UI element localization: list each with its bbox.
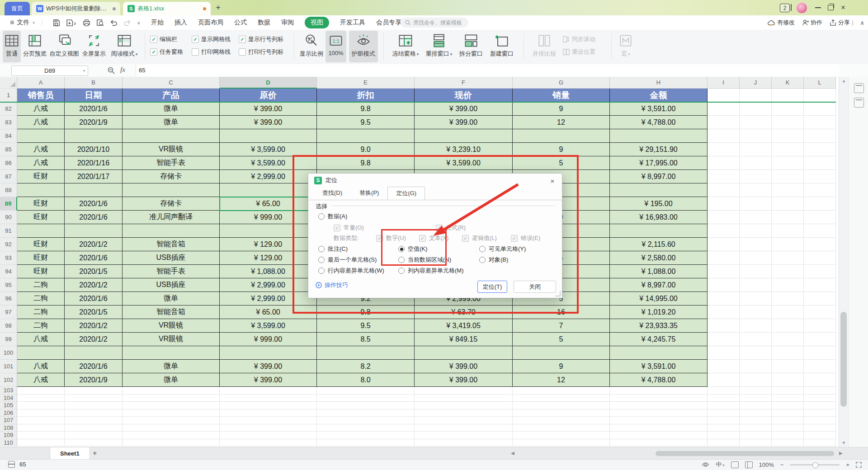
cell-B89[interactable]: 2020/1/6: [65, 197, 123, 211]
menu-item-member[interactable]: 会员专享: [376, 19, 401, 27]
row-header-93[interactable]: 93: [0, 251, 17, 265]
cell-E106[interactable]: [317, 409, 415, 417]
cell-L99[interactable]: [804, 333, 836, 346]
column-header-L[interactable]: L: [804, 77, 836, 89]
cell-L94[interactable]: [804, 265, 836, 278]
cell-A106[interactable]: [17, 409, 65, 417]
home-tab[interactable]: 首页: [5, 2, 30, 15]
eye-protection-status-icon[interactable]: [702, 462, 709, 467]
cell-K98[interactable]: [772, 319, 804, 333]
cell-H100[interactable]: [610, 346, 708, 360]
cell-G109[interactable]: [513, 432, 610, 439]
cell-A104[interactable]: [17, 395, 65, 402]
cell-J102[interactable]: [740, 373, 772, 387]
scroll-up-icon[interactable]: ▲: [839, 79, 849, 83]
cell-F103[interactable]: [415, 387, 513, 395]
cell-L86[interactable]: [804, 156, 836, 170]
cell-G101[interactable]: 9: [513, 360, 610, 373]
cell-H85[interactable]: ¥ 29,151.90: [610, 143, 708, 156]
cell-I106[interactable]: [708, 409, 740, 417]
cell-B105[interactable]: [65, 402, 123, 409]
cell-A84[interactable]: [17, 129, 65, 143]
checkbox-print-headings[interactable]: 打印行号列标: [239, 48, 283, 56]
cell-D101[interactable]: ¥ 399.00: [220, 360, 317, 373]
cell-D82[interactable]: ¥ 399.00: [220, 102, 317, 116]
cell-I82[interactable]: [708, 102, 740, 116]
menu-item-data[interactable]: 数据: [258, 19, 270, 27]
cell-J91[interactable]: [740, 224, 772, 238]
row-header-90[interactable]: 90: [0, 211, 17, 224]
collapse-ribbon-icon[interactable]: ∧: [860, 19, 864, 26]
cell-B1[interactable]: 日期: [65, 89, 123, 102]
checkbox-print-gridlines[interactable]: 打印网格线: [192, 48, 231, 56]
cell-A100[interactable]: [17, 346, 65, 360]
cell-K91[interactable]: [772, 224, 804, 238]
cell-G83[interactable]: 12: [513, 116, 610, 129]
cell-L88[interactable]: [804, 183, 836, 197]
cell-K84[interactable]: [772, 129, 804, 143]
cell-F98[interactable]: ¥ 3,419.05: [415, 319, 513, 333]
row-header-86[interactable]: 86: [0, 156, 17, 170]
cell-F82[interactable]: ¥ 399.00: [415, 102, 513, 116]
cell-K83[interactable]: [772, 116, 804, 129]
restore-button[interactable]: [825, 2, 836, 14]
row-header-82[interactable]: 82: [0, 102, 17, 116]
cell-B90[interactable]: 2020/1/6: [65, 211, 123, 224]
cell-K110[interactable]: [772, 439, 804, 447]
cell-K106[interactable]: [772, 409, 804, 417]
cell-F105[interactable]: [415, 402, 513, 409]
cell-K104[interactable]: [772, 395, 804, 402]
cell-H1[interactable]: 金额: [610, 89, 708, 102]
cell-J89[interactable]: [740, 197, 772, 211]
zoom-minus-icon[interactable]: [108, 67, 115, 74]
cell-C104[interactable]: [123, 395, 220, 402]
normal-view-status-icon[interactable]: [731, 461, 739, 468]
cell-K100[interactable]: [772, 346, 804, 360]
cell-A94[interactable]: 旺财: [17, 265, 65, 278]
column-header-G[interactable]: G: [513, 77, 610, 89]
row-header-102[interactable]: 102: [0, 373, 17, 387]
cell-K85[interactable]: [772, 143, 804, 156]
cell-G99[interactable]: 5: [513, 333, 610, 346]
row-header-110[interactable]: 110: [0, 439, 17, 447]
cell-A85[interactable]: 八戒: [17, 143, 65, 156]
row-header-91[interactable]: 91: [0, 224, 17, 238]
cell-A95[interactable]: 二狗: [17, 278, 65, 292]
column-header-D[interactable]: D: [220, 77, 317, 89]
cell-I105[interactable]: [708, 402, 740, 409]
cell-I96[interactable]: [708, 292, 740, 306]
cell-B100[interactable]: [65, 346, 123, 360]
horizontal-scroll-thumb[interactable]: [656, 451, 834, 456]
cell-B106[interactable]: [65, 409, 123, 417]
cell-L101[interactable]: [804, 360, 836, 373]
cell-A98[interactable]: 二狗: [17, 319, 65, 333]
cell-I85[interactable]: [708, 143, 740, 156]
cell-E104[interactable]: [317, 395, 415, 402]
cell-C100[interactable]: [123, 346, 220, 360]
zoom-percent-label[interactable]: 100%: [759, 461, 774, 468]
cell-K103[interactable]: [772, 387, 804, 395]
cell-B88[interactable]: [65, 183, 123, 197]
cell-L90[interactable]: [804, 211, 836, 224]
cell-K87[interactable]: [772, 170, 804, 183]
column-header-C[interactable]: C: [123, 77, 220, 89]
cell-K97[interactable]: [772, 306, 804, 319]
cell-I102[interactable]: [708, 373, 740, 387]
cell-K94[interactable]: [772, 265, 804, 278]
column-header-K[interactable]: K: [772, 77, 804, 89]
more-options-icon[interactable]: ⋮: [849, 19, 855, 26]
cell-H92[interactable]: ¥ 2,115.60: [610, 238, 708, 251]
cell-K86[interactable]: [772, 156, 804, 170]
cell-L85[interactable]: [804, 143, 836, 156]
print-preview-icon[interactable]: [96, 19, 104, 27]
split-window-button[interactable]: 拆分窗口: [457, 31, 486, 62]
zoom-slider[interactable]: [790, 464, 840, 465]
cell-F99[interactable]: ¥ 849.15: [415, 333, 513, 346]
cell-J93[interactable]: [740, 251, 772, 265]
cell-L98[interactable]: [804, 319, 836, 333]
cell-G85[interactable]: 9: [513, 143, 610, 156]
cell-F84[interactable]: [415, 129, 513, 143]
cell-D103[interactable]: [220, 387, 317, 395]
row-header-92[interactable]: 92: [0, 238, 17, 251]
cell-L83[interactable]: [804, 116, 836, 129]
